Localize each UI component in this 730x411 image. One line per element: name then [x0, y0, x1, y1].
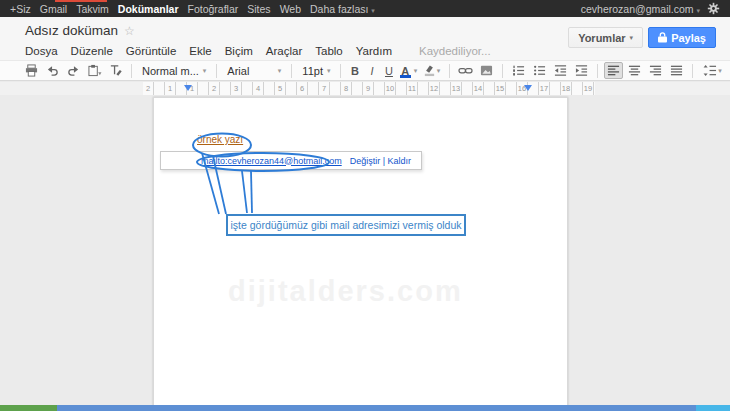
web-clipboard-icon[interactable] [85, 62, 104, 79]
document-header: Adsız doküman ☆ Dosya Düzenle Görüntüle … [0, 17, 730, 60]
menu-file[interactable]: Dosya [25, 45, 58, 57]
paint-format-icon[interactable] [106, 62, 125, 79]
mailto-link[interactable]: mailto:cevherozan44@hotmail.com [201, 156, 342, 166]
topbar-item-calendar[interactable]: Takvim [76, 3, 109, 15]
left-indent-marker[interactable] [184, 85, 192, 91]
toolbar-separator [692, 64, 693, 78]
align-justify-icon[interactable] [667, 62, 686, 79]
menu-table[interactable]: Tablo [315, 45, 343, 57]
video-progress-bar[interactable] [0, 405, 730, 411]
menu-format[interactable]: Biçim [225, 45, 253, 57]
share-button[interactable]: Paylaş [648, 27, 716, 48]
caret-down-icon: ▾ [630, 34, 634, 42]
insert-image-icon[interactable] [477, 62, 496, 79]
popup-separator: | [383, 156, 385, 166]
increase-indent-icon[interactable] [572, 62, 591, 79]
toolbar-separator [216, 64, 217, 78]
change-link-button[interactable]: Değiştir [350, 156, 381, 166]
toolbar-separator [291, 64, 292, 78]
progress-segment-green [0, 405, 57, 411]
topbar-item-sites[interactable]: Sites [247, 3, 270, 15]
numbered-list-icon[interactable] [509, 62, 528, 79]
right-indent-marker[interactable] [524, 85, 532, 91]
toolbar-separator [597, 64, 598, 78]
toolbar-separator [502, 64, 503, 78]
bold-button[interactable]: B [347, 65, 362, 77]
styles-dropdown[interactable]: Normal m...▾ [138, 62, 210, 79]
italic-button[interactable]: I [364, 65, 379, 77]
toolbar-separator [449, 64, 450, 78]
line-spacing-icon[interactable]: ▾ [699, 62, 725, 79]
menu-tools[interactable]: Araçlar [266, 45, 302, 57]
topbar-item-documents[interactable]: Dokümanlar [118, 3, 179, 15]
menu-edit[interactable]: Düzenle [71, 45, 113, 57]
remove-link-button[interactable]: Kaldır [388, 156, 412, 166]
document-canvas: dijitalders.com örnek yazı mailto:cevher… [0, 95, 730, 405]
ruler: 2112345678910111213141516171819 [0, 82, 730, 95]
gear-icon[interactable] [707, 2, 720, 15]
text-color-icon[interactable]: A▾ [398, 62, 417, 79]
topbar-item-more[interactable]: Daha fazlası ▾ [310, 3, 375, 15]
decrease-indent-icon[interactable] [551, 62, 570, 79]
annotation-callout-box: işte gördüğümüz gibi mail adresimizi ver… [226, 214, 466, 236]
topbar-item-plus-you[interactable]: +Siz [10, 3, 31, 15]
caret-down-icon: ▾ [696, 7, 700, 14]
align-left-icon[interactable] [604, 62, 623, 79]
toolbar-separator [131, 64, 132, 78]
active-tab-indicator [55, 0, 107, 2]
print-icon[interactable] [22, 62, 41, 79]
watermark: dijitalders.com [228, 275, 463, 308]
insert-link-icon[interactable] [456, 62, 475, 79]
toolbar-separator [340, 64, 341, 78]
link-bubble: mailto:cevherozan44@hotmail.com Değiştir… [160, 151, 422, 170]
comments-button[interactable]: Yorumlar▾ [568, 27, 643, 48]
document-hyperlink-text[interactable]: örnek yazı [197, 134, 243, 145]
lock-icon [658, 32, 667, 43]
google-topbar: +Siz Gmail Takvim Dokümanlar Fotoğraflar… [0, 0, 730, 17]
progress-segment-light [696, 405, 730, 411]
topbar-item-gmail[interactable]: Gmail [40, 3, 67, 15]
progress-segment-blue [57, 405, 696, 411]
align-center-icon[interactable] [625, 62, 644, 79]
saving-status: Kaydediliyor... [419, 45, 491, 57]
underline-button[interactable]: U [381, 65, 396, 77]
align-right-icon[interactable] [646, 62, 665, 79]
menu-help[interactable]: Yardım [356, 45, 392, 57]
font-size-dropdown[interactable]: 11pt▾ [298, 62, 334, 79]
account-menu[interactable]: cevherozan@gmail.com ▾ [581, 3, 700, 15]
document-title[interactable]: Adsız doküman [25, 23, 118, 38]
highlight-color-icon[interactable]: ▾ [419, 62, 443, 79]
editing-toolbar: Normal m...▾ Arial▾ 11pt▾ B I U A▾ ▾ ▾ [0, 60, 730, 81]
undo-icon[interactable] [43, 62, 62, 79]
topbar-item-photos[interactable]: Fotoğraflar [188, 3, 239, 15]
menu-view[interactable]: Görüntüle [126, 45, 177, 57]
redo-icon[interactable] [64, 62, 83, 79]
menubar: Dosya Düzenle Görüntüle Ekle Biçim Araçl… [25, 45, 491, 57]
topbar-item-web[interactable]: Web [280, 3, 301, 15]
bulleted-list-icon[interactable] [530, 62, 549, 79]
google-docs-window: +Siz Gmail Takvim Dokümanlar Fotoğraflar… [0, 0, 730, 411]
star-outline-icon[interactable]: ☆ [124, 24, 135, 38]
font-dropdown[interactable]: Arial▾ [223, 62, 285, 79]
caret-down-icon: ▾ [371, 7, 375, 14]
menu-insert[interactable]: Ekle [189, 45, 211, 57]
